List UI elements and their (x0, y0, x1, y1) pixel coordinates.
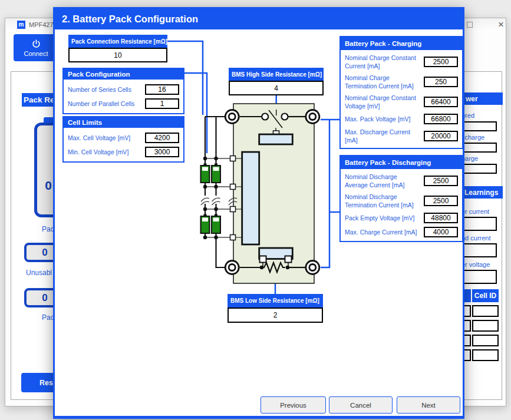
cell-limits-header: Cell Limits (64, 117, 183, 128)
bms-high-side-header: BMS High Side Resistance [mΩ] (229, 68, 324, 81)
dialog-title: 2. Battery Pack Configuration (55, 9, 463, 29)
charge-termination-current-label: Nominal Charge Termination Current [mA] (345, 74, 420, 90)
stat-label-1: Unusabl (26, 269, 52, 277)
max-cell-voltage-label: Max. Cell Voltage [mV] (68, 134, 145, 142)
previous-button[interactable]: Previous (261, 396, 326, 414)
pack-connection-resistance-input[interactable]: 10 (68, 48, 167, 62)
series-cells-label: Number of Series Cells (68, 85, 145, 94)
screen: m MPF4279 × Connect Monitoring Pack Re 0… (0, 0, 511, 420)
max-discharge-current-input[interactable]: 20000 (424, 131, 458, 141)
cell-table-cell[interactable] (472, 349, 499, 361)
charge-constant-voltage-input[interactable]: 66400 (424, 97, 458, 107)
close-button[interactable]: × (493, 18, 509, 32)
max-pack-voltage-input[interactable]: 66800 (424, 114, 458, 124)
stat-label-2: Pac (42, 313, 54, 322)
charge-constant-voltage-label: Nominal Charge Constant Voltage [mV] (345, 94, 420, 110)
charge-termination-current-input[interactable]: 250 (424, 77, 458, 87)
cancel-button[interactable]: Cancel (329, 396, 393, 414)
pack-empty-voltage-input[interactable]: 48800 (424, 213, 458, 223)
power-icon (31, 39, 41, 49)
cell-id-header: Cell ID (472, 289, 499, 302)
discharge-termination-current-input[interactable]: 2500 (424, 196, 458, 206)
max-pack-voltage-label: Max. Pack Voltage [mV] (345, 115, 420, 123)
charge-constant-current-label: Nominal Charge Constant Current [mA] (345, 54, 420, 70)
battery-gauge-label: Pac (42, 225, 54, 233)
cell-table-cell[interactable] (472, 305, 499, 317)
battery-pack-discharging-panel: Battery Pack - Discharging Nominal Disch… (339, 155, 463, 242)
discharge-termination-current-label: Nominal Discharge Termination Current [m… (345, 193, 420, 209)
max-discharge-current-label: Max. Discharge Current [mA] (345, 128, 420, 144)
max-cell-voltage-input[interactable]: 4200 (145, 133, 179, 143)
bms-high-side-input[interactable]: 4 (229, 81, 324, 95)
connect-button[interactable]: Connect (14, 34, 58, 61)
power-section-header: wer (460, 92, 503, 105)
parallel-cells-input[interactable]: 1 (145, 98, 179, 109)
cell-table-cell[interactable] (472, 320, 499, 332)
charging-header: Battery Pack - Charging (341, 37, 462, 50)
max-charge-current-label: Max. Charge Current [mA] (345, 228, 420, 236)
discharging-header: Battery Pack - Discharging (341, 156, 462, 169)
charge-constant-current-input[interactable]: 2500 (424, 57, 458, 67)
pack-connection-resistance-header: Pack Connection Resistance [mΩ] (68, 35, 167, 48)
learnings-section-header: Learnings (460, 186, 503, 199)
discharge-average-current-input[interactable]: 2500 (424, 176, 458, 186)
next-button[interactable]: Next (397, 396, 460, 414)
mps-logo: m (17, 21, 25, 29)
pack-configuration-panel: Pack Configuration Number of Series Cell… (62, 68, 184, 114)
discharge-average-current-label: Nominal Discharge Average Current [mA] (345, 173, 420, 189)
cell-table-cell[interactable] (472, 335, 499, 346)
parallel-cells-label: Number of Parallel Cells (68, 100, 145, 108)
max-charge-current-input[interactable]: 4000 (424, 227, 458, 237)
pack-empty-voltage-label: Pack Empty Voltage [mV] (345, 214, 420, 222)
pack-configuration-header: Pack Configuration (64, 69, 183, 80)
battery-pack-charging-panel: Battery Pack - Charging Nominal Charge C… (339, 36, 463, 149)
maximize-button[interactable] (467, 22, 473, 28)
series-cells-input[interactable]: 16 (145, 84, 179, 95)
battery-pack-configuration-dialog: 2. Battery Pack Configuration (53, 7, 464, 419)
connect-label: Connect (24, 50, 48, 57)
bms-low-side-input[interactable]: 2 (228, 307, 323, 323)
bms-low-side-header: BMS Low Side Resistance [mΩ] (228, 294, 323, 307)
min-cell-voltage-input[interactable]: 3000 (145, 147, 179, 157)
cell-limits-panel: Cell Limits Max. Cell Voltage [mV] 4200 … (62, 116, 184, 163)
min-cell-voltage-label: Min. Cell Voltage [mV] (68, 148, 145, 156)
